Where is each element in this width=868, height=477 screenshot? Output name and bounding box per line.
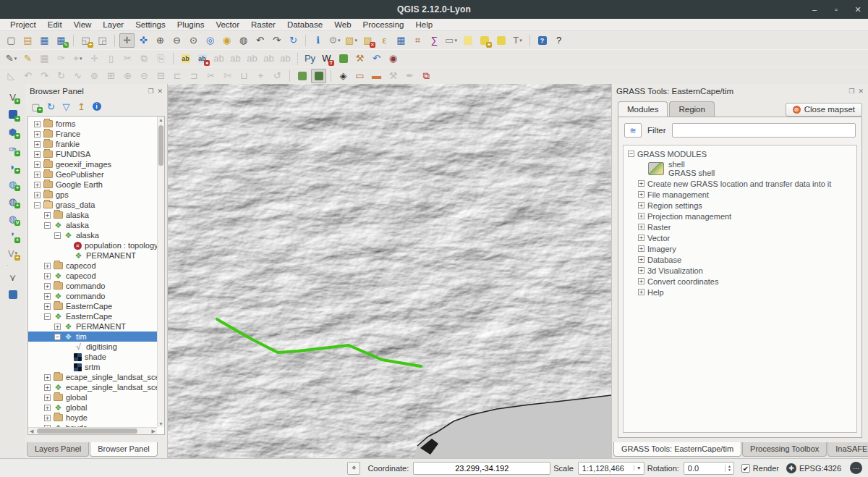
tree-expander[interactable]: − <box>44 222 51 229</box>
tree-expander[interactable]: + <box>34 151 41 158</box>
tree-item-easterncape[interactable]: +EasternCape <box>28 301 157 311</box>
tree-expander[interactable]: + <box>34 182 41 188</box>
tree-item-frankie[interactable]: +frankie <box>28 139 157 149</box>
map-canvas[interactable] <box>168 84 611 458</box>
tree-expander[interactable]: + <box>34 121 41 127</box>
tree-expander[interactable]: + <box>44 415 51 421</box>
grass-open-mapset-icon[interactable] <box>294 69 310 83</box>
layer-labeling-icon[interactable]: ab <box>178 51 193 66</box>
node-tool-icon[interactable]: ⌖▾ <box>70 51 85 66</box>
tree-item-global[interactable]: +global <box>28 392 157 402</box>
tree-expander[interactable]: + <box>34 172 41 178</box>
plugin-tool-icon[interactable] <box>336 51 351 66</box>
undo-icon[interactable]: ↶ <box>20 69 35 83</box>
module-category-file-management[interactable]: +File management <box>624 189 856 200</box>
tree-item-digitising[interactable]: √digitising <box>28 342 157 352</box>
grid-decoration-icon[interactable]: ⚒ <box>386 69 401 83</box>
module-category-3d-visualization[interactable]: +3d Visualization <box>624 265 856 276</box>
tree-expander[interactable]: + <box>54 324 61 330</box>
module-category-help[interactable]: +Help <box>624 287 856 297</box>
filter-input[interactable] <box>672 123 856 138</box>
select-by-expression-icon[interactable]: ε <box>377 33 392 48</box>
tree-item-alaska[interactable]: −❖alaska <box>28 220 157 230</box>
current-edits-icon[interactable]: ✎▾ <box>4 51 19 66</box>
module-category-raster[interactable]: +Raster <box>624 221 856 232</box>
paste-features-icon[interactable]: ⎘ <box>153 51 169 66</box>
menu-item-raster[interactable]: Raster <box>245 20 281 29</box>
merge-features-icon[interactable]: ⊔ <box>237 69 252 83</box>
delete-selected-icon[interactable]: ▯ <box>103 51 119 66</box>
refresh-map-icon[interactable]: ↻ <box>286 33 301 48</box>
close-button[interactable]: ✕ <box>852 5 864 14</box>
tab-browser-panel[interactable]: Browser Panel <box>90 442 158 457</box>
search-tool-icon[interactable]: ◉ <box>386 51 401 66</box>
run-feature-action-icon[interactable]: ⚙▾ <box>327 33 342 48</box>
tree-expander[interactable]: + <box>44 212 51 219</box>
pin-labels-icon[interactable]: ab <box>211 51 226 66</box>
refresh-browser-icon[interactable]: ↻ <box>44 100 58 113</box>
tree-item-permanent[interactable]: +❖PERMANENT <box>28 321 157 332</box>
tree-expander[interactable]: + <box>638 267 644 274</box>
zoom-last-icon[interactable]: ↶ <box>252 33 268 48</box>
module-category-convert-coordinates[interactable]: +Convert coordinates <box>624 276 856 287</box>
copyright-decoration-icon[interactable]: ▬ <box>369 69 384 83</box>
copy-features-icon[interactable]: ⧉ <box>137 51 152 66</box>
menu-item-help[interactable]: Help <box>409 20 438 29</box>
tab-region[interactable]: Region <box>669 101 714 117</box>
filter-browser-icon[interactable]: ▽ <box>59 100 73 113</box>
zoom-to-selection-icon[interactable]: ◉ <box>219 33 234 48</box>
menu-item-processing[interactable]: Processing <box>357 20 410 29</box>
tree-expander[interactable]: + <box>44 384 51 391</box>
open-project-icon[interactable]: ▤ <box>20 33 35 48</box>
menu-item-plugins[interactable]: Plugins <box>171 20 210 29</box>
delete-part-icon[interactable]: ⊟ <box>153 69 169 83</box>
pan-to-selection-icon[interactable]: ✜ <box>136 33 151 48</box>
scale-bar-decoration-icon[interactable]: ▭ <box>352 69 367 83</box>
zoom-full-icon[interactable]: ◎ <box>203 33 218 48</box>
add-feature-icon[interactable]: ✑ <box>54 51 69 66</box>
add-wms-layer-icon[interactable]: ◍+ <box>5 177 20 191</box>
grass-tools-icon[interactable] <box>311 69 326 83</box>
add-part-icon[interactable]: ⊞ <box>103 69 119 83</box>
tree-item-commando[interactable]: +❖commando <box>28 291 157 301</box>
zoom-out-icon[interactable]: ⊖ <box>169 33 184 48</box>
redo-icon[interactable]: ↷ <box>37 69 52 83</box>
annotation-tool-icon[interactable]: ✒ <box>402 69 417 83</box>
identify-features-icon[interactable]: ℹ <box>310 33 326 48</box>
close-mapset-button[interactable]: ⊘ Close mapset <box>786 103 862 117</box>
panel-float-icon[interactable]: ❐ <box>848 88 854 95</box>
coordinate-input[interactable] <box>413 462 550 475</box>
tab-modules[interactable]: Modules <box>618 101 668 117</box>
extent-tracking-icon[interactable]: ⌖ <box>347 462 360 475</box>
menu-item-vector[interactable]: Vector <box>210 20 245 29</box>
tree-item-geopublisher[interactable]: +GeoPublisher <box>28 169 157 180</box>
save-project-icon[interactable]: ▦ <box>37 33 52 48</box>
change-label-icon[interactable]: ab <box>278 51 293 66</box>
rotation-spinner[interactable]: 0.0 ▲▼ <box>684 462 734 475</box>
tree-item-forms[interactable]: +forms <box>28 119 157 129</box>
tree-item-fundisa[interactable]: +FUNDISA <box>28 149 157 159</box>
tree-expander[interactable]: + <box>638 235 644 241</box>
cut-features-icon[interactable]: ✂ <box>120 51 135 66</box>
tab-processing-toolbox[interactable]: Processing Toolbox <box>742 442 827 457</box>
add-selected-layers-icon[interactable]: ▢+ <box>29 100 43 113</box>
move-feature-icon[interactable]: ✛ <box>87 51 102 66</box>
new-print-composer-icon[interactable]: ◱+ <box>78 33 93 48</box>
layer-diagram-icon[interactable]: ab● <box>195 51 210 66</box>
panel-close-icon[interactable]: ✕ <box>858 88 864 95</box>
tree-expander[interactable]: + <box>638 289 644 295</box>
menu-item-layer[interactable]: Layer <box>97 20 129 29</box>
module-category-region-settings[interactable]: +Region settings <box>624 200 856 211</box>
tree-expander[interactable]: − <box>628 151 634 157</box>
zoom-native-icon[interactable]: ⊙ <box>186 33 201 48</box>
tree-expander[interactable]: + <box>44 394 51 401</box>
module-shell[interactable]: shellGRASS shell <box>648 160 856 177</box>
zoom-to-layer-icon[interactable]: ◍ <box>236 33 251 48</box>
overlap-tool-icon[interactable]: ⧉ <box>419 69 434 83</box>
add-vector-layer-icon[interactable]: V+ <box>5 90 20 104</box>
tree-expander[interactable]: + <box>638 191 644 198</box>
whats-this-icon[interactable]: ? <box>551 33 566 48</box>
tree-expander[interactable]: + <box>638 224 644 230</box>
tree-expander[interactable]: + <box>34 161 41 168</box>
tree-item-population-topology-r[interactable]: ✕population : topology r <box>28 240 157 250</box>
